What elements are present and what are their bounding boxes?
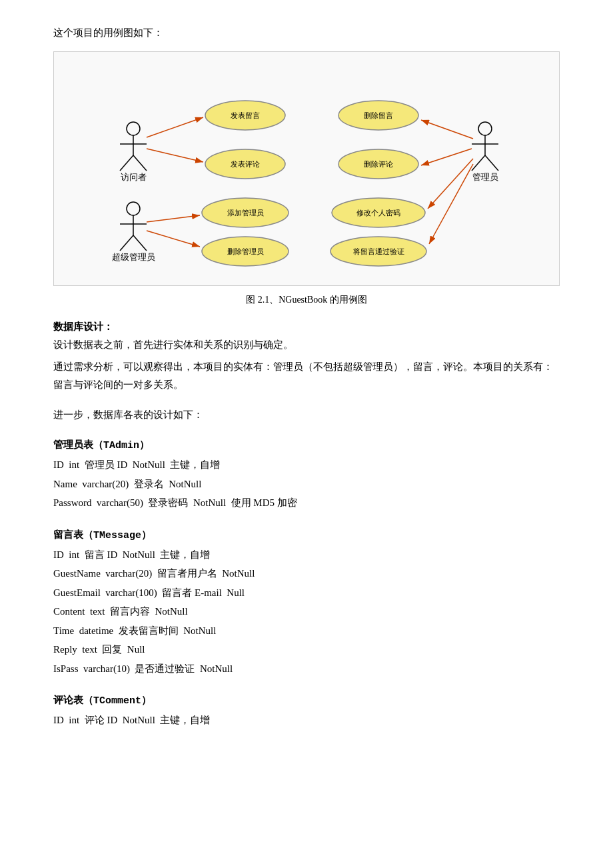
- table-tcomment-name: TComment: [93, 695, 141, 707]
- table-tcomment-title: 评论表（TComment）: [53, 694, 560, 707]
- table-tmessage-title-text: 留言表（: [53, 530, 93, 541]
- arrow-admin-delete-comment: [421, 149, 472, 165]
- table-tadmin-section: 管理员表（TAdmin） ID int 管理员 ID NotNull 主键，自增…: [53, 439, 560, 513]
- tadmin-field-3: Password varchar(50) 登录密码 NotNull 使用 MD5…: [53, 493, 560, 513]
- svg-point-7: [478, 122, 492, 135]
- actor-admin: 管理员: [472, 122, 498, 182]
- tmessage-field-7: IsPass varchar(10) 是否通过验证 NotNull: [53, 659, 560, 679]
- tmessage-field-2: GuestName varchar(20) 留言者用户名 NotNull: [53, 564, 560, 583]
- arrow-admin-change-password: [428, 159, 473, 209]
- uml-diagram-container: 访问者 管理员 超级管理员 发表留言 删除留言 发表评论: [53, 51, 560, 286]
- tmessage-field-4: Content text 留言内容 NotNull: [53, 602, 560, 621]
- diagram-caption: 图 2.1、NGuestBook 的用例图: [53, 294, 560, 306]
- table-tadmin-title-end: ）: [139, 440, 149, 451]
- database-design-intro1: 设计数据表之前，首先进行实体和关系的识别与确定。: [53, 336, 560, 354]
- table-tcomment-title-text: 评论表（: [53, 695, 93, 707]
- arrow-visitor-post-comment: [147, 149, 203, 162]
- usecase-post-msg-label: 发表留言: [231, 111, 260, 119]
- usecase-delete-comment-label: 删除评论: [364, 160, 393, 168]
- actor-superadmin-label: 超级管理员: [112, 252, 155, 262]
- database-design-title: 数据库设计：: [53, 321, 560, 333]
- database-design-section: 数据库设计： 设计数据表之前，首先进行实体和关系的识别与确定。 通过需求分析，可…: [53, 321, 560, 394]
- intro-text: 这个项目的用例图如下：: [53, 27, 560, 39]
- svg-line-6: [133, 155, 147, 171]
- table-tadmin-name: TAdmin: [103, 440, 139, 451]
- svg-line-10: [472, 155, 485, 171]
- svg-line-16: [133, 235, 147, 251]
- usecase-verify-msg-label: 将留言通过验证: [352, 247, 404, 255]
- table-tcomment-title-end: ）: [141, 695, 151, 707]
- usecase-post-comment-label: 发表评论: [231, 160, 260, 168]
- database-design-intro2: 通过需求分析，可以观察得出，本项目的实体有：管理员（不包括超级管理员），留言，评…: [53, 358, 560, 394]
- database-further-text: 进一步，数据库各表的设计如下：: [53, 406, 560, 424]
- table-tcomment-section: 评论表（TComment） ID int 评论 ID NotNull 主键，自增: [53, 694, 560, 730]
- tmessage-field-3: GuestEmail varchar(100) 留言者 E-mail Null: [53, 583, 560, 603]
- usecase-change-password-label: 修改个人密码: [356, 209, 400, 217]
- actor-visitor: 访问者: [120, 122, 147, 182]
- tadmin-field-2: Name varchar(20) 登录名 NotNull: [53, 475, 560, 494]
- actor-visitor-label: 访问者: [121, 172, 147, 182]
- usecase-delete-admin-label: 删除管理员: [227, 247, 264, 255]
- actor-superadmin: 超级管理员: [112, 202, 155, 262]
- arrow-visitor-post-msg: [147, 117, 203, 137]
- tcomment-field-1: ID int 评论 ID NotNull 主键，自增: [53, 711, 560, 730]
- svg-line-15: [120, 235, 133, 251]
- uml-diagram-svg: 访问者 管理员 超级管理员 发表留言 删除留言 发表评论: [80, 65, 533, 272]
- svg-line-11: [485, 155, 498, 171]
- usecase-add-admin-label: 添加管理员: [227, 209, 264, 217]
- table-tadmin-title: 管理员表（TAdmin）: [53, 439, 560, 451]
- arrow-admin-delete-msg: [421, 120, 473, 139]
- svg-line-5: [120, 155, 133, 171]
- tmessage-field-5: Time datetime 发表留言时间 NotNull: [53, 621, 560, 641]
- actor-admin-label: 管理员: [472, 172, 498, 182]
- arrow-superadmin-add-admin: [147, 215, 200, 222]
- tmessage-field-6: Reply text 回复 Null: [53, 640, 560, 659]
- table-tmessage-title-end: ）: [141, 530, 151, 541]
- tadmin-field-1: ID int 管理员 ID NotNull 主键，自增: [53, 455, 560, 475]
- table-tadmin-title-text: 管理员表（: [53, 440, 103, 451]
- arrow-superadmin-delete-admin: [147, 231, 200, 247]
- table-tmessage-name: TMessage: [93, 530, 141, 541]
- table-tmessage-title: 留言表（TMessage）: [53, 529, 560, 541]
- svg-point-2: [127, 122, 140, 135]
- arrow-admin-verify-msg: [429, 164, 473, 244]
- tmessage-field-1: ID int 留言 ID NotNull 主键，自增: [53, 545, 560, 565]
- usecase-delete-msg-label: 删除留言: [364, 111, 393, 119]
- svg-point-12: [127, 202, 140, 215]
- table-tmessage-section: 留言表（TMessage） ID int 留言 ID NotNull 主键，自增…: [53, 529, 560, 679]
